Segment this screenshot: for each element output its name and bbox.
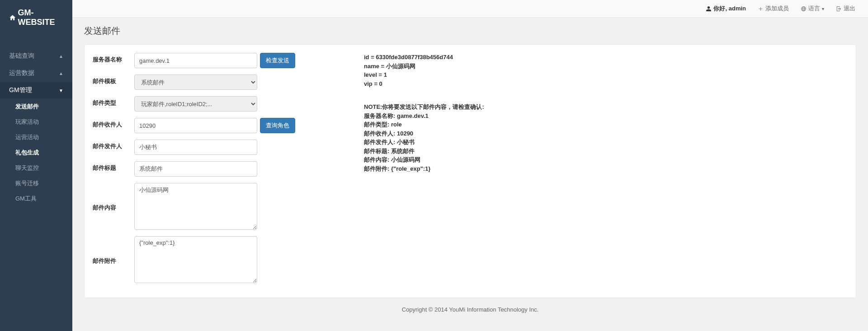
- type-select[interactable]: 玩家邮件,roleID1;roleID2;...: [134, 96, 257, 112]
- sidebar-group-basic-query[interactable]: 基础查询 ▲: [0, 47, 72, 65]
- sidebar-group-gm-manage[interactable]: GM管理 ▼: [0, 82, 72, 99]
- topbar-add-member[interactable]: 添加成员: [758, 5, 789, 13]
- sidebar-item-player-activity[interactable]: 玩家活动: [0, 114, 72, 130]
- add-member-text: 添加成员: [765, 5, 789, 13]
- sidebar-item-gm-tools[interactable]: GM工具: [0, 191, 72, 206]
- server-input[interactable]: [134, 53, 257, 68]
- sidebar-item-chat-monitor[interactable]: 聊天监控: [0, 160, 72, 176]
- label-title: 邮件标题: [93, 161, 134, 172]
- info-name: name = 小仙源码网: [364, 62, 848, 71]
- sidebar-item-account-migrate[interactable]: 账号迁移: [0, 176, 72, 191]
- info-vip: vip = 0: [364, 79, 848, 89]
- sidebar-group-label: 运营数据: [9, 69, 34, 77]
- info-note: NOTE:你将要发送以下邮件内容，请检查确认:: [364, 103, 848, 112]
- topbar: 你好, admin 添加成员 语言 ▾ 退出: [72, 0, 868, 18]
- info-column: id = 6330fde3d0877f38b456d744 name = 小仙源…: [364, 53, 848, 289]
- label-recipient: 邮件收件人: [93, 118, 134, 129]
- form-column: 服务器名称 检查发送 邮件模板 系统邮件 邮件类型 玩家邮件,roleID1: [93, 53, 346, 289]
- info-line-content: 邮件内容: 小仙源码网: [364, 155, 848, 164]
- title-input[interactable]: [134, 161, 257, 177]
- info-line-title: 邮件标题: 系统邮件: [364, 147, 848, 156]
- language-text: 语言: [808, 5, 820, 13]
- attach-textarea[interactable]: [134, 236, 257, 283]
- brand[interactable]: GM-WEBSITE: [0, 0, 72, 34]
- brand-text: GM-WEBSITE: [18, 8, 63, 27]
- template-select[interactable]: 系统邮件: [134, 75, 257, 90]
- info-line-sender: 邮件发件人: 小秘书: [364, 138, 848, 147]
- sidebar-item-gift-gen[interactable]: 礼包生成: [0, 145, 72, 160]
- label-type: 邮件类型: [93, 96, 134, 107]
- greeting-text: 你好, admin: [713, 5, 746, 13]
- sidebar-item-ops-activity[interactable]: 运营活动: [0, 130, 72, 145]
- info-line-attach: 邮件附件: {"role_exp":1}: [364, 164, 848, 173]
- label-sender: 邮件发件人: [93, 140, 134, 150]
- chevron-down-icon: ▼: [59, 88, 63, 93]
- footer: Copyright © 2014 YouMi Information Techn…: [84, 298, 856, 321]
- sidebar: GM-WEBSITE 基础查询 ▲ 运营数据 ▲ GM管理 ▼ 发送邮件 玩家活…: [0, 0, 72, 331]
- info-line-server: 服务器名称: game.dev.1: [364, 112, 848, 121]
- sidebar-group-label: 基础查询: [9, 52, 34, 60]
- topbar-language[interactable]: 语言 ▾: [801, 5, 824, 13]
- globe-icon: [801, 6, 807, 12]
- info-line-type: 邮件类型: role: [364, 120, 848, 129]
- page-title: 发送邮件: [84, 25, 856, 37]
- sidebar-item-send-mail[interactable]: 发送邮件: [0, 99, 72, 114]
- info-id: id = 6330fde3d0877f38b456d744: [364, 53, 848, 62]
- panel: 服务器名称 检查发送 邮件模板 系统邮件 邮件类型 玩家邮件,roleID1: [84, 44, 856, 298]
- recipient-input[interactable]: [134, 118, 257, 133]
- label-content: 邮件内容: [93, 201, 134, 212]
- sidebar-group-label: GM管理: [9, 86, 32, 94]
- sidebar-group-ops-data[interactable]: 运营数据 ▲: [0, 65, 72, 82]
- label-attach: 邮件附件: [93, 254, 134, 265]
- chevron-up-icon: ▲: [59, 71, 63, 76]
- label-server: 服务器名称: [93, 53, 134, 64]
- chevron-up-icon: ▲: [59, 54, 63, 59]
- plus-icon: [758, 6, 764, 12]
- query-role-button[interactable]: 查询角色: [260, 118, 295, 133]
- info-line-recipient: 邮件收件人: 10290: [364, 129, 848, 138]
- label-template: 邮件模板: [93, 75, 134, 85]
- info-level: level = 1: [364, 70, 848, 79]
- home-icon: [9, 14, 16, 22]
- check-send-button[interactable]: 检查发送: [260, 53, 295, 68]
- logout-text: 退出: [844, 5, 855, 13]
- chevron-down-icon: ▾: [822, 6, 824, 11]
- sender-input[interactable]: [134, 140, 257, 155]
- content-textarea[interactable]: [134, 183, 257, 230]
- topbar-greeting[interactable]: 你好, admin: [706, 5, 746, 13]
- user-icon: [706, 6, 712, 12]
- topbar-logout[interactable]: 退出: [836, 5, 855, 13]
- logout-icon: [836, 6, 842, 12]
